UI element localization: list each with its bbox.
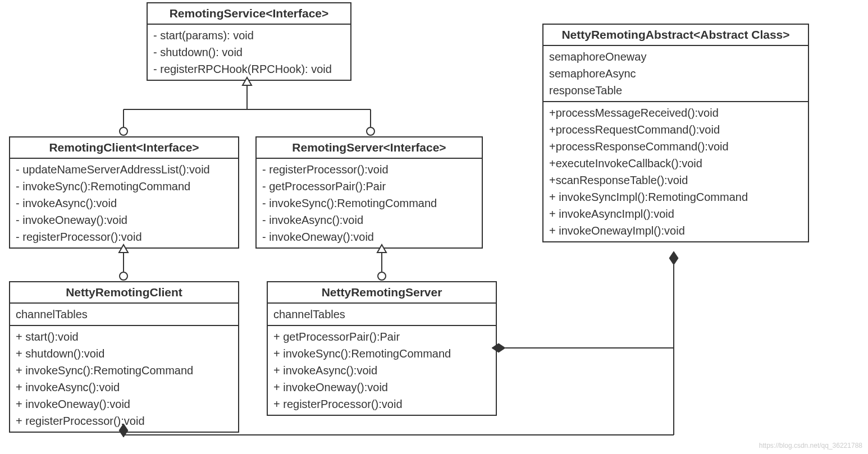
class-netty-remoting-abstract: NettyRemotingAbstract<Abstract Class> se…	[542, 24, 809, 242]
svg-point-3	[120, 127, 127, 135]
class-netty-remoting-server: NettyRemotingServer channelTables + getP…	[267, 281, 497, 416]
method-item: - start(params): void	[153, 27, 345, 44]
class-methods: - updateNameServerAddressList():void - i…	[10, 159, 238, 247]
method-item: + registerProcessor():void	[16, 412, 232, 429]
attr-item: semaphoreAsync	[549, 65, 802, 82]
method-item: + invokeOnewayImpl():void	[549, 222, 802, 239]
method-item: + invokeSync():RemotingCommand	[273, 345, 490, 362]
method-item: - getProcessorPair():Pair	[262, 178, 476, 195]
method-item: - registerProcessor():void	[16, 228, 232, 245]
method-item: - updateNameServerAddressList():void	[16, 161, 232, 178]
method-item: + invokeOneway():void	[273, 379, 490, 396]
method-item: + invokeAsync():void	[273, 362, 490, 379]
class-methods: + start():void + shutdown():void + invok…	[10, 325, 238, 432]
attr-item: channelTables	[16, 306, 232, 323]
svg-point-5	[367, 127, 374, 135]
class-remoting-service: RemotingService<Interface> - start(param…	[147, 2, 351, 81]
method-item: + invokeOneway():void	[16, 396, 232, 412]
attr-item: semaphoreOneway	[549, 48, 802, 65]
method-item: - invokeAsync():void	[262, 212, 476, 228]
method-item: +scanResponseTable():void	[549, 172, 802, 189]
attr-item: channelTables	[273, 306, 490, 323]
method-item: + invokeSync():RemotingCommand	[16, 362, 232, 379]
method-item: +processRequestCommand():void	[549, 121, 802, 138]
class-title: NettyRemotingClient	[10, 282, 238, 304]
method-item: - invokeSync():RemotingCommand	[16, 178, 232, 195]
class-title: RemotingClient<Interface>	[10, 137, 238, 159]
method-item: + start():void	[16, 328, 232, 345]
class-methods: - registerProcessor():void - getProcesso…	[257, 159, 482, 247]
class-remoting-server: RemotingServer<Interface> - registerProc…	[255, 136, 483, 249]
class-methods: + getProcessorPair():Pair + invokeSync()…	[268, 325, 496, 415]
class-title: RemotingService<Interface>	[148, 3, 350, 25]
method-item: - registerProcessor():void	[262, 161, 476, 178]
method-item: - invokeSync():RemotingCommand	[262, 195, 476, 212]
method-item: +processResponseCommand():void	[549, 138, 802, 155]
class-methods: - start(params): void - shutdown(): void…	[148, 25, 350, 80]
method-item: - invokeAsync():void	[16, 195, 232, 212]
method-item: +processMessageReceived():void	[549, 104, 802, 121]
method-item: - shutdown(): void	[153, 44, 345, 61]
method-item: + registerProcessor():void	[273, 396, 490, 412]
method-item: - registerRPCHook(RPCHook): void	[153, 61, 345, 77]
class-attrs: channelTables	[10, 304, 238, 325]
method-item: - invokeOneway():void	[262, 228, 476, 245]
method-item: - invokeOneway():void	[16, 212, 232, 228]
svg-point-7	[120, 272, 127, 280]
class-attrs: semaphoreOneway semaphoreAsync responseT…	[543, 46, 808, 101]
method-item: + invokeSyncImpl():RemotingCommand	[549, 189, 802, 205]
class-attrs: channelTables	[268, 304, 496, 325]
watermark: https://blog.csdn.net/qq_36221788	[759, 442, 862, 450]
class-methods: +processMessageReceived():void +processR…	[543, 101, 808, 241]
method-item: +executeInvokeCallback():void	[549, 155, 802, 172]
svg-point-9	[378, 272, 386, 280]
method-item: + invokeAsyncImpl():void	[549, 205, 802, 222]
class-title: NettyRemotingServer	[268, 282, 496, 304]
method-item: + invokeAsync():void	[16, 379, 232, 396]
method-item: + getProcessorPair():Pair	[273, 328, 490, 345]
attr-item: responseTable	[549, 82, 802, 99]
class-remoting-client: RemotingClient<Interface> - updateNameSe…	[9, 136, 239, 249]
class-title: RemotingServer<Interface>	[257, 137, 482, 159]
method-item: + shutdown():void	[16, 345, 232, 362]
class-title: NettyRemotingAbstract<Abstract Class>	[543, 25, 808, 46]
class-netty-remoting-client: NettyRemotingClient channelTables + star…	[9, 281, 239, 433]
